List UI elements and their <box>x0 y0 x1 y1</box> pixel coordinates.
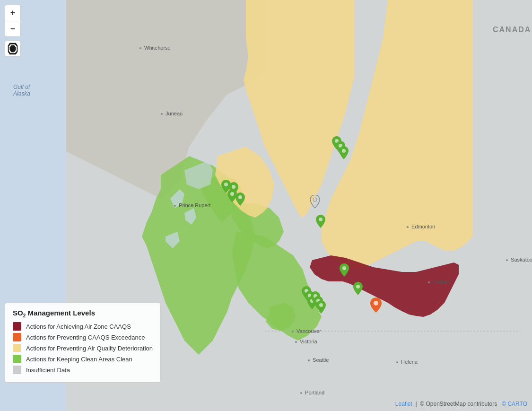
svg-point-31 <box>356 285 360 289</box>
legend-swatch-keeping-clean <box>13 355 21 363</box>
leaflet-link[interactable]: Leaflet <box>395 401 412 407</box>
svg-point-27 <box>230 192 234 196</box>
reset-button[interactable] <box>5 41 21 57</box>
svg-point-39 <box>374 301 378 306</box>
marker-green-7[interactable] <box>235 192 245 206</box>
legend-swatch-insufficient <box>13 366 21 374</box>
legend-item-keeping-clean: Actions for Keeping Clean Areas Clean <box>13 355 153 363</box>
place-dot-whitehorse <box>140 47 141 49</box>
legend-item-preventing-deterioration: Actions for Preventing Air Quality Deter… <box>13 344 153 352</box>
place-dot-edmonton <box>407 226 409 228</box>
legend-item-insufficient: Insufficient Data <box>13 366 153 374</box>
svg-point-26 <box>232 185 235 189</box>
marker-green-10[interactable] <box>353 282 363 295</box>
marker-yellow-1[interactable] <box>310 195 320 208</box>
legend-swatch-achieving <box>13 322 21 331</box>
marker-green-8[interactable] <box>316 215 325 228</box>
carto-link[interactable]: © CARTO <box>502 401 527 407</box>
svg-point-28 <box>238 195 242 199</box>
place-label-portland: Portland <box>300 390 324 395</box>
legend-item-achieving: Actions for Achieving Air Zone CAAQS <box>13 322 153 331</box>
place-label-victoria: Victoria <box>295 339 317 344</box>
svg-text:CANADA: CANADA <box>493 26 531 34</box>
legend: SO2 Management Levels Actions for Achiev… <box>5 303 161 383</box>
bc-icon <box>6 42 19 55</box>
osm-attribution: © OpenStreetMap contributors <box>420 401 497 407</box>
place-label-whitehorse: Whitehorse <box>140 45 171 51</box>
place-label-edmonton: Edmonton <box>407 224 435 229</box>
marker-green-16[interactable] <box>316 300 326 314</box>
place-dot-juneau <box>161 113 163 115</box>
place-label-helena: Helena <box>396 359 418 365</box>
place-label-saskatoon: Saskatoon <box>506 257 532 262</box>
place-label-juneau: Juneau <box>161 111 183 116</box>
map-controls: + − <box>5 5 21 57</box>
place-label-prince-rupert: Prince Rupert <box>174 202 210 208</box>
svg-point-37 <box>319 303 323 307</box>
svg-point-30 <box>342 266 346 270</box>
zoom-in-button[interactable]: + <box>5 5 21 21</box>
svg-point-25 <box>224 183 228 186</box>
map-container[interactable]: CANADA Gulf of Alaska Whitehorse Juneau … <box>0 0 532 411</box>
place-label-vancouver: Vancouver <box>292 328 321 334</box>
zoom-out-button[interactable]: − <box>5 21 21 37</box>
legend-swatch-preventing-exceedance <box>13 333 21 341</box>
legend-title: SO2 Management Levels <box>13 309 153 318</box>
marker-green-9[interactable] <box>340 263 349 277</box>
place-dot-prince-rupert <box>174 205 176 207</box>
svg-marker-42 <box>9 45 16 52</box>
marker-green-3[interactable] <box>339 146 349 159</box>
svg-point-29 <box>319 218 323 221</box>
svg-point-38 <box>313 198 317 201</box>
svg-text:Alaska: Alaska <box>13 90 30 97</box>
legend-swatch-preventing-deterioration <box>13 344 21 352</box>
marker-orange-1[interactable] <box>370 297 382 313</box>
attribution: Leaflet | © OpenStreetMap contributors ©… <box>395 401 527 407</box>
place-label-seattle: Seattle <box>308 357 329 363</box>
place-label-calgary: Calgary <box>428 279 451 285</box>
svg-text:Gulf of: Gulf of <box>13 84 31 90</box>
svg-point-24 <box>342 149 346 153</box>
legend-item-preventing-exceedance: Actions for Preventing CAAQS Exceedance <box>13 333 153 341</box>
